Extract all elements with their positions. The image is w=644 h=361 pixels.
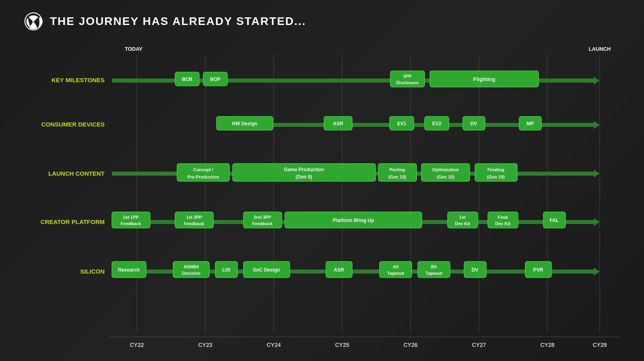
milestone-asr-consumer-label: ASR xyxy=(333,121,343,127)
page: THE JOURNEY HAS ALREADY STARTED... TODAY… xyxy=(0,0,644,361)
row-label-consumer-devices: CONSUMER DEVICES xyxy=(41,121,105,128)
milestone-2nd-3pp-label1: 2nd 3PP xyxy=(254,215,271,220)
year-cy26: CY26 xyxy=(403,342,417,348)
milestone-a0-label1: A0 xyxy=(393,264,398,269)
milestone-concept-label2: Pre-Production xyxy=(187,174,219,179)
milestone-b0-label1: B0 xyxy=(431,264,437,269)
milestone-1st-dev-kit-label1: 1st xyxy=(459,215,466,220)
year-cy25: CY25 xyxy=(335,342,349,348)
year-cy27: CY27 xyxy=(472,342,486,348)
milestone-final-dev-kit-label2: Dev Kit xyxy=(495,221,510,226)
milestone-mp-label: MP xyxy=(526,121,534,127)
milestone-3pp-disclosure-label1: 3PP xyxy=(403,74,412,79)
milestone-concept-label1: Concept / xyxy=(193,167,213,172)
milestone-ev2-label: EV2 xyxy=(432,121,442,127)
milestone-game-prod-label2: (Gen 9) xyxy=(295,174,312,180)
milestone-pvr-label: PVR xyxy=(533,267,543,273)
milestone-3pp-disclosure-label2: Disclosure xyxy=(396,80,419,85)
milestone-a0-label2: Tapeout xyxy=(387,271,404,276)
xbox-logo-icon xyxy=(24,12,43,31)
silicon-arrow xyxy=(594,268,600,276)
milestone-finaling-label1: Finaling xyxy=(487,167,504,172)
year-cy22: CY22 xyxy=(130,342,144,348)
milestone-1st-3pp-label1: 1st 3PP xyxy=(186,215,202,220)
milestone-1st-dev-kit-label2: Dev Kit xyxy=(455,221,470,226)
milestone-arm64-label2: Decision xyxy=(182,271,200,276)
milestone-loi-label: LOI xyxy=(222,267,230,273)
milestone-finaling-label2: (Gen 10) xyxy=(487,174,505,179)
milestone-arm64-label1: ARM64 xyxy=(184,264,199,269)
milestone-game-prod-label1: Game Production xyxy=(284,167,324,172)
header: THE JOURNEY HAS ALREADY STARTED... xyxy=(24,12,620,31)
page-title: THE JOURNEY HAS ALREADY STARTED... xyxy=(50,15,306,28)
milestone-fal-label: FAL xyxy=(550,218,559,223)
launch-content-arrow xyxy=(594,170,600,178)
milestone-dv-consumer-label: DV xyxy=(471,121,477,127)
milestone-porting-label2: (Gen 10) xyxy=(388,174,406,179)
consumer-devices-arrow xyxy=(594,121,600,129)
milestone-soc-design-label: SoC Design xyxy=(253,267,280,273)
year-cy24: CY24 xyxy=(266,342,281,348)
milestone-optimization-label2: (Gen 10) xyxy=(437,174,454,179)
row-label-silicon: SILICON xyxy=(80,268,105,275)
year-cy28: CY28 xyxy=(540,342,554,348)
milestone-ev1-label: EV1 xyxy=(397,121,407,127)
milestone-bcr-label: BCR xyxy=(182,77,192,82)
year-cy29: CY29 xyxy=(592,342,607,348)
milestone-b0-label2: Tapeout xyxy=(425,271,442,276)
milestone-optimization-label1: Optimization xyxy=(432,167,459,172)
milestone-final-dev-kit-label1: Final xyxy=(497,215,508,220)
milestone-bop-label: BOP xyxy=(210,77,221,82)
timeline-chart: TODAY LAUNCH CY22 CY23 CY24 CY25 CY26 CY… xyxy=(24,39,624,357)
milestone-1pp-label1: 1st 1PP xyxy=(123,215,139,220)
milestone-flighting-label: Flighting xyxy=(473,76,495,82)
milestone-porting-label1: Porting xyxy=(390,167,405,172)
milestone-hw-design-label: HW Design xyxy=(232,121,257,127)
launch-marker-label: LAUNCH xyxy=(589,46,611,52)
year-cy23: CY23 xyxy=(198,342,212,348)
milestone-2nd-3pp-label2: Feedback xyxy=(252,221,273,226)
creator-platform-arrow xyxy=(594,218,600,226)
key-milestones-arrow xyxy=(594,77,600,85)
today-marker-label: TODAY xyxy=(125,46,142,52)
row-label-key-milestones: KEY MILESTONES xyxy=(52,77,105,83)
milestone-asr-silicon-label: ASR xyxy=(334,267,344,273)
milestone-platform-bring-up-label: Platform Bring Up xyxy=(333,218,374,223)
milestone-1st-3pp-label2: Feedback xyxy=(184,221,205,226)
milestone-research-label: Research xyxy=(118,267,140,273)
milestone-1pp-label2: Feedback xyxy=(121,221,142,226)
row-label-launch-content: LAUNCH CONTENT xyxy=(48,170,105,177)
row-label-creator-platform: CREATOR PLATFORM xyxy=(41,218,105,225)
milestone-dv-silicon-label: DV xyxy=(472,267,479,273)
